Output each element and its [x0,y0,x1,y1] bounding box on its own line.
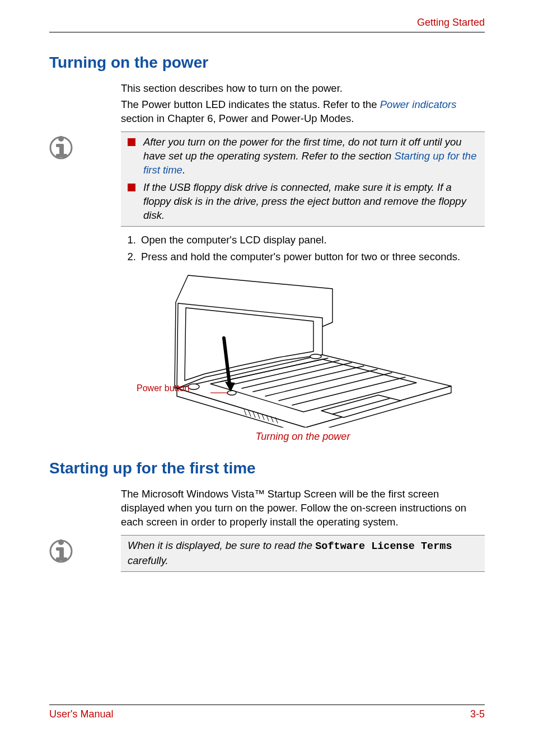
steps-list: Open the computer's LCD display panel. P… [121,232,485,265]
svg-point-36 [58,539,64,545]
svg-point-24 [188,384,199,389]
figure-callout-power-button: Power button [137,383,189,393]
step-2: Press and hold the computer's power butt… [139,249,485,265]
bullet-square-icon [128,184,135,191]
intro-paragraph-1: This section describes how to turn on th… [121,82,485,96]
info-note-2: When it is displayed, be sure to read th… [49,535,485,585]
svg-point-1 [58,136,64,142]
heading-turning-on-power: Turning on the power [49,54,485,72]
svg-point-25 [310,354,321,359]
svg-rect-4 [56,154,67,157]
chapter-header: Getting Started [49,17,485,32]
svg-rect-3 [59,145,64,155]
svg-rect-39 [56,557,67,561]
text-fragment: If the USB floppy disk drive is connecte… [143,181,480,223]
info-note-1: After you turn on the power for the firs… [49,132,485,227]
text-fragment: carefully. [128,555,168,566]
laptop-illustration [138,271,468,428]
intro-paragraph-2: The Power button LED indicates the statu… [121,98,485,126]
note-bullet-2: If the USB floppy disk drive is connecte… [128,181,480,223]
text-fragment: section in Chapter 6, Power and Power-Up… [121,112,354,124]
figure-caption: Turning on the power [121,431,485,443]
info-icon [49,538,73,565]
link-power-indicators[interactable]: Power indicators [380,98,457,110]
note-bullet-1: After you turn on the power for the firs… [128,135,480,177]
chapter-title: Getting Started [417,17,485,28]
footer-page-number: 3-5 [470,708,485,720]
svg-point-21 [227,391,236,395]
footer-manual-title: User's Manual [49,708,113,720]
text-fragment: When it is displayed, be sure to read th… [128,539,315,551]
text-fragment: The Power button LED indicates the statu… [121,98,380,110]
text-fragment: . [182,164,185,176]
heading-starting-up: Starting up for the first time [49,459,485,477]
page-footer: User's Manual 3-5 [49,705,485,720]
software-license-terms: Software License Terms [315,541,452,552]
step-1: Open the computer's LCD display panel. [139,232,485,248]
svg-rect-38 [59,548,64,558]
info-icon [49,135,73,162]
bullet-square-icon [128,138,135,146]
starting-up-paragraph: The Microsoft Windows Vista™ Startup Scr… [121,487,485,529]
